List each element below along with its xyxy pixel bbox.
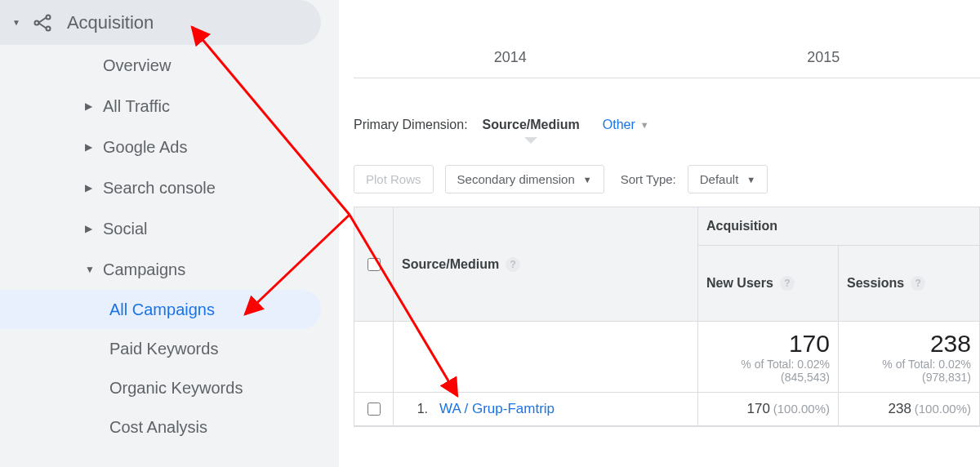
source-medium-link[interactable]: WA / Grup-Famtrip [439, 401, 555, 417]
caret-right-icon: ▶ [85, 223, 103, 234]
main-content: 2014 2015 Primary Dimension: Source/Medi… [339, 0, 980, 467]
column-label: Sessions [847, 276, 904, 291]
help-icon[interactable]: ? [911, 276, 925, 291]
sort-type-select[interactable]: Default ▼ [688, 165, 768, 193]
sidebar-item-campaigns[interactable]: ▼ Campaigns [85, 249, 339, 290]
caret-down-icon: ▼ [746, 175, 755, 185]
summary-value: 170 [706, 330, 830, 358]
sidebar-section-acquisition[interactable]: ▼ Acquisition [0, 0, 321, 45]
acquisition-icon [33, 13, 52, 33]
empty-cell [394, 322, 698, 393]
summary-sessions: 238 % of Total: 0.02% (978,831) [839, 322, 979, 393]
column-label: Source/Medium [402, 257, 499, 272]
table-summary-row: 170 % of Total: 0.02% (845,543) 238 % of… [354, 322, 979, 393]
svg-point-1 [46, 15, 50, 19]
metric-percent: (100.00%) [915, 402, 971, 416]
column-group-acquisition: Acquisition [698, 207, 979, 246]
svg-point-0 [34, 20, 38, 24]
sort-type-label: Sort Type: [621, 172, 676, 186]
caret-right-icon: ▶ [85, 182, 103, 193]
sidebar-item-google-ads[interactable]: ▶ Google Ads [85, 127, 339, 167]
summary-subtext: (845,543) [706, 371, 830, 384]
sidebar-item-label: All Traffic [103, 97, 170, 116]
primary-dimension-value[interactable]: Source/Medium [483, 118, 580, 132]
empty-cell [354, 322, 394, 393]
row-select-cell [354, 393, 394, 426]
primary-dimension-label: Primary Dimension: [354, 118, 468, 132]
sidebar-subitem-label: Cost Analysis [109, 418, 207, 437]
row-index: 1. [402, 402, 428, 416]
cell-source-medium: 1. WA / Grup-Famtrip [394, 393, 698, 426]
metric-value: 170 [747, 401, 770, 416]
metric-percent: (100.00%) [773, 402, 830, 416]
caret-down-icon: ▼ [12, 18, 20, 27]
select-label: Default [700, 172, 739, 186]
year-label: 2015 [667, 49, 981, 78]
caret-down-icon: ▼ [583, 175, 592, 185]
table-toolbar: Plot Rows Secondary dimension ▼ Sort Typ… [354, 157, 980, 202]
sidebar-item-all-traffic[interactable]: ▶ All Traffic [85, 86, 339, 127]
sidebar-subitem-label: Paid Keywords [109, 340, 218, 358]
column-header-sessions[interactable]: Sessions ? [839, 246, 979, 322]
summary-subtext: % of Total: 0.02% [706, 358, 830, 371]
cell-sessions: 238 (100.00%) [839, 393, 979, 426]
metric-value: 238 [889, 401, 911, 416]
column-header-source-medium[interactable]: Source/Medium ? [394, 207, 698, 322]
column-header-new-users[interactable]: New Users ? [698, 246, 839, 322]
sidebar-subitem-cost-analysis[interactable]: Cost Analysis [109, 407, 339, 447]
primary-dimension-row: Primary Dimension: Source/Medium Other ▼ [354, 118, 980, 132]
caret-right-icon: ▶ [85, 100, 103, 112]
table-row: 1. WA / Grup-Famtrip 170 (100.00%) 238 (… [354, 393, 979, 426]
select-label: Secondary dimension [457, 172, 575, 186]
sidebar-item-label: Search console [103, 179, 216, 198]
sidebar-item-label: Overview [103, 56, 171, 75]
data-table: Source/Medium ? Acquisition New Users ? … [354, 207, 980, 427]
svg-point-2 [46, 26, 50, 30]
other-label: Other [603, 118, 635, 132]
row-checkbox[interactable] [368, 403, 381, 416]
primary-dimension-other[interactable]: Other ▼ [603, 118, 649, 132]
column-label: New Users [706, 276, 773, 291]
help-icon[interactable]: ? [506, 257, 520, 272]
sidebar-item-label: Google Ads [103, 138, 187, 157]
summary-value: 238 [847, 330, 971, 358]
year-label: 2014 [354, 49, 667, 78]
sidebar-subitem-label: All Campaigns [109, 300, 215, 319]
sidebar: ▼ Acquisition ▶ Overview ▶ All Traffic ▶… [0, 0, 339, 467]
sidebar-subitem-all-campaigns[interactable]: All Campaigns [0, 290, 321, 329]
sidebar-subitem-paid-keywords[interactable]: Paid Keywords [109, 329, 339, 368]
select-all-cell [354, 207, 394, 322]
sidebar-item-search-console[interactable]: ▶ Search console [85, 167, 339, 208]
caret-down-icon: ▼ [640, 120, 649, 130]
summary-subtext: (978,831) [847, 371, 971, 384]
caret-right-icon: ▶ [85, 141, 103, 153]
button-label: Plot Rows [366, 172, 421, 186]
sidebar-item-label: Social [103, 220, 147, 238]
summary-subtext: % of Total: 0.02% [847, 358, 971, 371]
table-header: Source/Medium ? Acquisition New Users ? … [354, 207, 979, 322]
sidebar-item-label: Campaigns [103, 260, 185, 279]
sidebar-item-overview[interactable]: ▶ Overview [85, 45, 339, 86]
sidebar-subitem-label: Organic Keywords [109, 379, 243, 398]
secondary-dimension-select[interactable]: Secondary dimension ▼ [445, 165, 604, 193]
plot-rows-button[interactable]: Plot Rows [354, 165, 434, 193]
caret-down-icon: ▼ [85, 264, 103, 275]
select-all-checkbox[interactable] [368, 258, 381, 271]
help-icon[interactable]: ? [780, 276, 795, 291]
sidebar-header-label: Acquisition [67, 12, 154, 33]
sidebar-item-social[interactable]: ▶ Social [85, 208, 339, 249]
summary-new-users: 170 % of Total: 0.02% (845,543) [698, 322, 839, 393]
sidebar-subitem-organic-keywords[interactable]: Organic Keywords [109, 368, 339, 407]
cell-new-users: 170 (100.00%) [698, 393, 839, 426]
timeline-years: 2014 2015 [354, 49, 980, 78]
